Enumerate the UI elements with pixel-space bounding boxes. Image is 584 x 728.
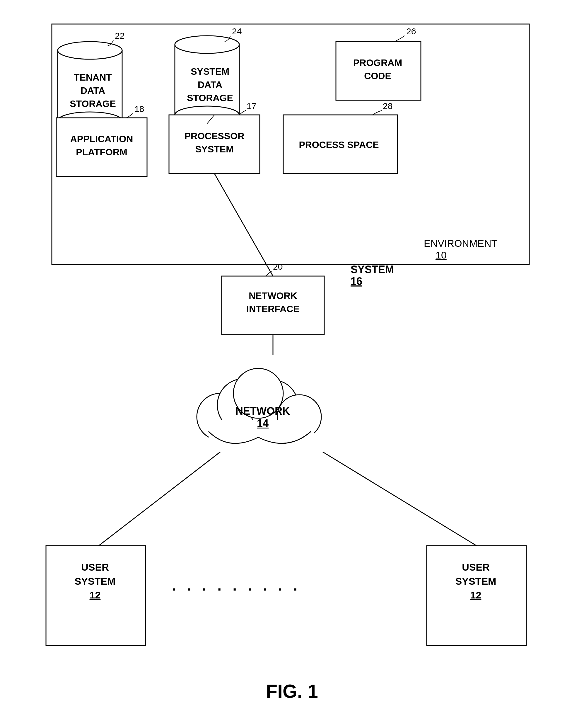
svg-point-10 — [175, 106, 239, 124]
system-data-storage-label: SYSTEMDATASTORAGE — [179, 65, 241, 104]
diagram-svg: 22 24 26 18 17 28 20 — [28, 12, 556, 716]
page: 22 24 26 18 17 28 20 — [28, 12, 556, 716]
network-label: NETWORK 14 — [219, 405, 307, 430]
tenant-data-storage-label: TENANT DATA STORAGE — [62, 71, 123, 110]
user-system-left-label: USERSYSTEM12 — [50, 561, 140, 602]
svg-line-32 — [99, 452, 220, 546]
svg-line-24 — [207, 115, 214, 124]
svg-text:10: 10 — [436, 250, 447, 261]
svg-text:17: 17 — [247, 101, 256, 111]
svg-point-5 — [58, 42, 122, 59]
svg-text:SYSTEM: SYSTEM — [351, 263, 394, 276]
svg-text:24: 24 — [232, 26, 242, 36]
svg-line-23 — [214, 174, 273, 276]
figure-label: FIG. 1 — [28, 680, 556, 702]
process-space-label: PROCESS SPACE — [286, 138, 392, 152]
svg-text:16: 16 — [351, 275, 362, 287]
processor-system-label: PROCESSORSYSTEM — [172, 130, 257, 156]
svg-text:28: 28 — [383, 101, 392, 111]
user-system-right-label: USERSYSTEM12 — [431, 561, 521, 602]
svg-text:22: 22 — [115, 31, 124, 41]
program-code-label: PROGRAMCODE — [340, 56, 415, 83]
svg-text:18: 18 — [134, 104, 144, 114]
svg-text:ENVIRONMENT: ENVIRONMENT — [424, 238, 497, 249]
svg-point-11 — [175, 36, 239, 53]
network-interface-label: NETWORKINTERFACE — [225, 289, 321, 316]
svg-line-33 — [323, 452, 476, 546]
svg-text:20: 20 — [273, 262, 283, 271]
application-platform-label: APPLICATIONPLATFORM — [58, 132, 145, 159]
dots: · · · · · · · · · — [172, 581, 301, 598]
svg-text:26: 26 — [406, 26, 416, 36]
svg-point-4 — [58, 112, 122, 130]
